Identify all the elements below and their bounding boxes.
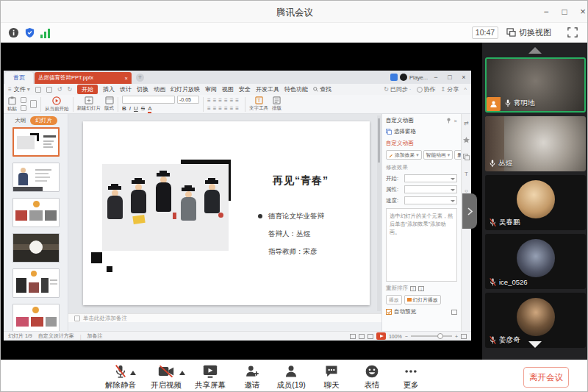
wps-presentation-window: 首页 丛煜德育答辩PPT.pptx × + Playe... − □ × [4, 71, 471, 341]
wps-menu-bar: ≡ 文件▾ ↺ ↻ 开始 插入 设计 切换 动画 幻灯片放映 审阅 视图 安全 … [4, 84, 471, 95]
undo-icon: ↺ [57, 86, 62, 93]
emoji-button[interactable]: 表情 [353, 364, 391, 391]
new-slide-button: 新建幻灯片 [77, 96, 101, 112]
video-tile-5[interactable]: 姜彦奇 [485, 293, 586, 348]
strikethrough-button: S [141, 105, 145, 113]
mic-on-icon [504, 99, 512, 107]
theme-name: 自定义设计方案 [38, 332, 74, 340]
video-tile-4[interactable]: ice_0526 [485, 234, 586, 289]
unmute-button[interactable]: 解除静音 [101, 364, 140, 391]
play-from-current-button: 从当前开始 [45, 96, 69, 113]
reorder-up-button: ↑ [410, 286, 416, 291]
slide-thumbnail-3 [12, 198, 60, 227]
meeting-info-icon[interactable] [8, 27, 19, 41]
pin-icon [446, 118, 451, 124]
fullscreen-icon[interactable] [567, 27, 578, 40]
wps-home-tab: 首页 [5, 72, 33, 84]
slide-thumbnail-2 [12, 163, 60, 192]
video-tile-3[interactable]: 吴春鹏 [485, 175, 586, 230]
banner-accent [132, 215, 145, 224]
bullet-dot [258, 214, 262, 218]
ribbon-collapse-icon: ^ [464, 86, 467, 93]
smart-animation-button: 智能动画▾ [423, 150, 453, 160]
switch-view-button[interactable]: 切换视图 [506, 26, 551, 40]
format-painter-icon [30, 100, 37, 108]
scroll-up-arrow[interactable] [528, 47, 542, 54]
swap-icon: ⇄ [464, 120, 469, 126]
wps-find: 查找 [313, 85, 331, 93]
font-size-input: -0.05 [177, 96, 199, 104]
shared-screen-region: 首页 丛煜德育答辩PPT.pptx × + Playe... − □ × [1, 43, 588, 360]
selection-pane-button: 选择窗格 [386, 128, 457, 135]
start-video-button[interactable]: 开启视频 [147, 364, 185, 391]
sidebar-collapse-handle[interactable] [462, 193, 477, 229]
normal-view-icon [350, 334, 356, 339]
wps-status-bar: 幻灯片 1/9 自定义设计方案 | 加备注 100% − + [4, 331, 471, 341]
network-signal-icon[interactable] [40, 28, 51, 41]
avatar [517, 298, 555, 336]
wps-ribbon: 粘贴 从当前开始 新建幻灯片 版 [4, 95, 471, 114]
animation-section-label: 自定义动画 [386, 140, 457, 147]
title-bar: 腾讯会议 − □ × [1, 1, 588, 23]
share-screen-icon [202, 364, 218, 379]
maximize-button[interactable]: □ [556, 5, 573, 18]
slide-bullet-1: 德育论文毕业答辩 [268, 212, 324, 221]
wps-app-icon [390, 74, 398, 81]
wps-document-name: 丛煜德育答辩PPT.pptx [38, 74, 122, 82]
paragraph-group: ≡≡≡≡≡≡ ≡≡≡≡≡≡ [207, 97, 241, 112]
wps-tab-design: 设计 [120, 85, 132, 93]
wps-account-name: Playe... [409, 74, 428, 81]
slideshow-icon [407, 298, 412, 302]
invite-button[interactable]: 邀请 [233, 364, 271, 391]
more-button[interactable]: 更多 [392, 364, 430, 391]
wps-new-tab-button: + [136, 74, 144, 82]
slide-bullet-2: 答辩人：丛煜 [268, 229, 310, 239]
switch-view-icon [506, 28, 516, 38]
participant-name: 蒋明地 [514, 99, 535, 108]
more-dots-icon [404, 364, 418, 379]
participant-name: 吴春鹏 [499, 218, 520, 227]
slide-bullet-3: 指导教师：宋彦 [268, 247, 318, 257]
fit-slide-icon [461, 334, 467, 339]
leave-meeting-button[interactable]: 离开会议 [523, 367, 569, 388]
mic-muted-icon [489, 278, 497, 286]
text-tools-button: T 文字工具 [249, 96, 268, 112]
camera-off-icon [158, 364, 174, 379]
slide-thumbnail-6 [12, 304, 60, 333]
svg-text:T: T [257, 97, 260, 104]
security-shield-icon[interactable] [24, 27, 35, 41]
chat-button[interactable]: 聊天 [312, 364, 351, 391]
share-screen-button[interactable]: 共享屏幕 [191, 364, 229, 391]
notes-placeholder: 单击此处添加备注 [83, 315, 127, 322]
custom-animation-panel: 自定义动画 × 选择窗格 自定义动画 添加效果▾ [381, 114, 461, 331]
outline-tab: 大纲 [15, 117, 26, 124]
members-button[interactable]: 成员(19) [270, 364, 312, 391]
participant-name: 丛煜 [498, 159, 512, 168]
participant-video-sidebar: 蒋明地 丛煜 吴春鹏 [482, 43, 588, 360]
auto-preview-label: 自动预览 [394, 308, 416, 316]
speed-field-select [404, 196, 457, 204]
wps-tab-insert: 插入 [103, 85, 115, 93]
zoom-in-button: + [455, 334, 458, 339]
close-button[interactable]: × [575, 5, 588, 18]
wps-tab-slideshow: 幻灯片放映 [171, 85, 200, 93]
mic-on-icon [489, 160, 496, 168]
wps-workspace: 大纲 幻灯片 [4, 114, 471, 331]
zoom-slider [411, 335, 452, 337]
minimize-button[interactable]: − [538, 5, 554, 18]
audio-options-caret[interactable] [130, 371, 136, 375]
video-options-caret[interactable] [179, 371, 185, 375]
video-tile-1[interactable]: 蒋明地 [485, 57, 586, 113]
wps-tab-security: 安全 [239, 85, 251, 93]
wps-tab-close-icon: × [125, 75, 128, 82]
participant-name: ice_0526 [499, 278, 528, 286]
video-tile-2[interactable]: 丛煜 [485, 116, 586, 171]
wps-tab-features: 特色功能 [284, 85, 308, 93]
host-badge-icon [487, 97, 501, 111]
chat-bubble-icon [324, 364, 339, 379]
auto-preview-checkbox [386, 309, 392, 315]
slide-canvas: 再见“青春” 德育论文毕业答辩 答辩人：丛煜 指导教师：宋彦 [68, 114, 381, 313]
wps-share-button: ↥分享 [441, 85, 459, 93]
copy-icon [21, 105, 26, 111]
scroll-down-arrow[interactable] [528, 341, 542, 348]
